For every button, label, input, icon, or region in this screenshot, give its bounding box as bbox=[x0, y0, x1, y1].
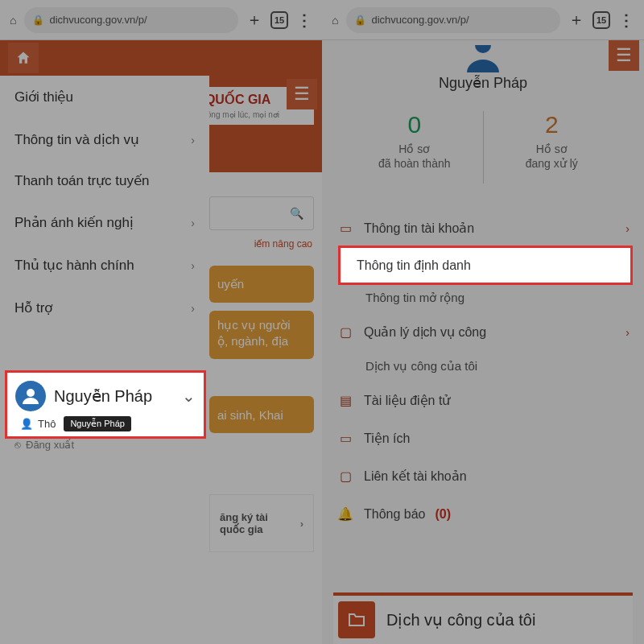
document-icon: ▤ bbox=[336, 393, 354, 408]
hamburger-menu-icon[interactable]: ☰ bbox=[609, 40, 639, 71]
register-card-fragment[interactable]: ăng ký tài quốc gia › bbox=[209, 494, 314, 552]
submenu-my-services[interactable]: Dịch vụ công của tôi bbox=[332, 351, 634, 382]
new-tab-icon[interactable]: ＋ bbox=[246, 9, 262, 31]
menu-label: Thông tin tài khoản bbox=[364, 221, 474, 236]
user-dropdown[interactable]: Nguyễn Pháp ⌄ 👤 Thô Nguyễn Pháp bbox=[5, 370, 206, 439]
menu-edocuments[interactable]: ▤ Tài liệu điện tử bbox=[332, 382, 634, 419]
logout-label: Đăng xuất bbox=[26, 439, 74, 451]
lock-icon: 🔒 bbox=[354, 14, 366, 26]
hamburger-menu-icon[interactable]: ☰ bbox=[287, 79, 317, 109]
menu-label: Dịch vụ công của tôi bbox=[365, 359, 477, 373]
stat-label: Hồ sơ đang xử lý bbox=[484, 142, 621, 171]
user-dropdown-info[interactable]: 👤 Thô Nguyễn Pháp bbox=[15, 416, 196, 431]
menu-notifications[interactable]: 🔔 Thông báo (0) bbox=[332, 495, 634, 533]
card-fragment-3[interactable]: ai sinh, Khai bbox=[209, 396, 314, 433]
stat-completed[interactable]: 0 Hồ sơ đã hoàn thành bbox=[346, 111, 483, 184]
chevron-right-icon: › bbox=[191, 259, 195, 272]
url-bar[interactable]: 🔒 dichvucong.gov.vn/p/ bbox=[24, 7, 238, 33]
sidebar-item-procedures[interactable]: Thủ tục hành chính › bbox=[0, 244, 209, 287]
overflow-menu-icon[interactable]: ⋮ bbox=[618, 10, 634, 30]
menu-account-info[interactable]: ▭ Thông tin tài khoản › bbox=[332, 209, 634, 247]
person-icon: 👤 bbox=[20, 418, 33, 430]
sidebar-item-support[interactable]: Hỗ trợ › bbox=[0, 287, 209, 329]
top-bar bbox=[0, 40, 322, 76]
sidebar-item-feedback[interactable]: Phản ánh kiến nghị › bbox=[0, 201, 209, 244]
chevron-down-icon: ⌄ bbox=[182, 386, 196, 406]
chevron-right-icon: › bbox=[191, 302, 195, 315]
submenu-identity-info[interactable]: Thông tin định danh bbox=[338, 246, 633, 285]
sidebar-item-label: Hỗ trợ bbox=[14, 299, 52, 316]
tab-count[interactable]: 15 bbox=[592, 11, 610, 29]
folder-icon bbox=[338, 601, 375, 638]
new-tab-icon[interactable]: ＋ bbox=[568, 9, 584, 31]
chevron-right-icon: › bbox=[625, 326, 630, 339]
screenshot-left: Giới thiệu Thông tin và dịch vụ › Thanh … bbox=[0, 40, 322, 644]
menu-manage-services[interactable]: ▢ Quản lý dịch vụ công › bbox=[332, 313, 634, 351]
chevron-right-icon: › bbox=[625, 222, 630, 235]
stat-number: 2 bbox=[484, 111, 621, 138]
chevron-right-icon: › bbox=[191, 217, 195, 229]
sidebar-item-label: Thủ tục hành chính bbox=[14, 257, 134, 274]
home-button[interactable] bbox=[8, 43, 39, 73]
url-bar[interactable]: 🔒 dichvucong.gov.vn/p/ bbox=[346, 7, 560, 33]
tab-count[interactable]: 15 bbox=[270, 11, 288, 29]
screenshot-right: ☰ Nguyễn Pháp 0 Hồ sơ đã hoàn thành 2 Hồ… bbox=[322, 40, 644, 644]
chevron-right-icon: › bbox=[191, 134, 195, 147]
sidebar-item-label: Thông tin và dịch vụ bbox=[14, 131, 139, 148]
menu-link-account[interactable]: ▢ Liên kết tài khoản bbox=[332, 457, 634, 495]
user-name: Nguyễn Pháp bbox=[54, 386, 152, 406]
avatar-large bbox=[460, 40, 506, 72]
stat-processing[interactable]: 2 Hồ sơ đang xử lý bbox=[483, 111, 621, 184]
home-icon[interactable]: ⌂ bbox=[10, 14, 16, 27]
submenu-extended-info[interactable]: Thông tin mở rộng bbox=[332, 283, 634, 313]
overflow-menu-icon[interactable]: ⋮ bbox=[296, 10, 312, 30]
search-icon: 🔍 bbox=[290, 207, 303, 220]
sidebar-menu: Giới thiệu Thông tin và dịch vụ › Thanh … bbox=[0, 76, 209, 644]
svg-point-2 bbox=[27, 389, 35, 397]
background-page-peek: G QUỐC GIA vụ công mọi lúc, mọi nơi 🔍 iế… bbox=[209, 76, 322, 644]
menu-label: Tài liệu điện tử bbox=[364, 393, 450, 408]
link-icon: ▢ bbox=[336, 469, 354, 484]
browser-chrome-left: ⌂ 🔒 dichvucong.gov.vn/p/ ＋ 15 ⋮ bbox=[0, 0, 322, 40]
notification-count: (0) bbox=[436, 507, 452, 522]
menu-label: Thông tin định danh bbox=[357, 258, 471, 272]
logout-icon: ⎋ bbox=[14, 439, 21, 451]
info-text-fragment: Thô bbox=[38, 418, 56, 430]
cta-label: Dịch vụ công của tôi bbox=[386, 610, 535, 630]
lock-icon: 🔒 bbox=[32, 14, 44, 26]
menu-label: Tiện ích bbox=[364, 431, 410, 446]
card-fragment-2[interactable]: hục vụ người ộ, ngành, địa bbox=[209, 311, 314, 359]
sidebar-item-label: Giới thiệu bbox=[14, 89, 73, 105]
chevron-right-icon: › bbox=[300, 518, 303, 530]
tooltip: Nguyễn Pháp bbox=[64, 416, 131, 431]
sidebar-item-online-payment[interactable]: Thanh toán trực tuyến bbox=[0, 161, 209, 201]
advanced-search-fragment[interactable]: iếm nâng cao bbox=[209, 238, 312, 250]
menu-label: Quản lý dịch vụ công bbox=[364, 324, 486, 340]
wallet-icon: ▭ bbox=[336, 431, 354, 446]
my-services-cta[interactable]: Dịch vụ công của tôi bbox=[333, 592, 633, 644]
menu-label: Liên kết tài khoản bbox=[364, 469, 467, 484]
browser-chrome-right: ⌂ 🔒 dichvucong.gov.vn/p/ ＋ 15 ⋮ bbox=[322, 0, 644, 40]
menu-label: Thông tin mở rộng bbox=[365, 291, 464, 304]
id-card-icon: ▭ bbox=[336, 221, 354, 236]
svg-rect-1 bbox=[460, 40, 506, 45]
home-icon[interactable]: ⌂ bbox=[332, 14, 338, 27]
user-name: Nguyễn Pháp bbox=[322, 74, 644, 92]
url-text: dichvucong.gov.vn/p/ bbox=[371, 14, 469, 26]
sidebar-item-label: Thanh toán trực tuyến bbox=[14, 172, 149, 190]
sidebar-item-label: Phản ánh kiến nghị bbox=[14, 214, 134, 231]
stat-label: Hồ sơ đã hoàn thành bbox=[346, 142, 483, 171]
folder-icon: ▢ bbox=[336, 324, 354, 340]
menu-label: Thông báo bbox=[364, 507, 426, 522]
site-tagline-fragment: vụ công mọi lúc, mọi nơi bbox=[209, 110, 279, 119]
menu-utilities[interactable]: ▭ Tiện ích bbox=[332, 419, 634, 457]
search-box-fragment[interactable]: 🔍 bbox=[209, 196, 314, 230]
card-fragment-1[interactable]: uyến bbox=[209, 266, 314, 303]
stat-number: 0 bbox=[346, 111, 483, 138]
site-title-fragment: G QUỐC GIA bbox=[209, 93, 270, 106]
stats-row: 0 Hồ sơ đã hoàn thành 2 Hồ sơ đang xử lý bbox=[346, 111, 620, 184]
bell-icon: 🔔 bbox=[336, 506, 354, 522]
sidebar-item-intro[interactable]: Giới thiệu bbox=[0, 76, 209, 118]
sidebar-item-info-services[interactable]: Thông tin và dịch vụ › bbox=[0, 118, 209, 161]
logout-link[interactable]: ⎋ Đăng xuất bbox=[14, 439, 74, 451]
